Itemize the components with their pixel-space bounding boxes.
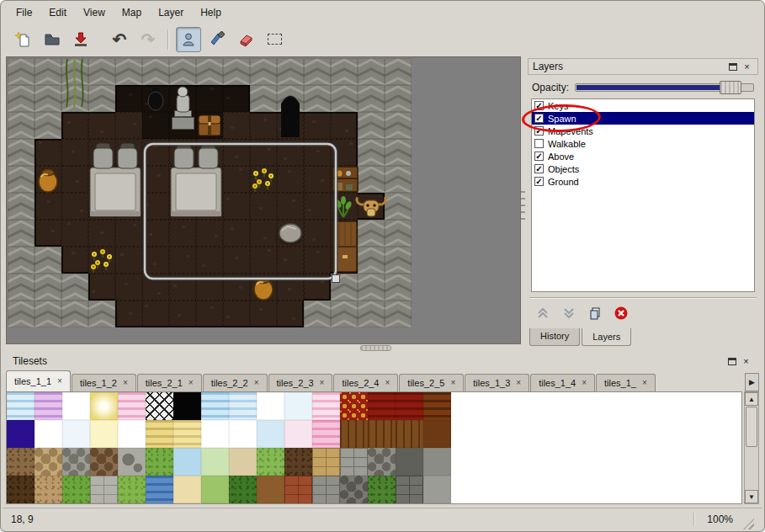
layer-checkbox[interactable]: ✓ (534, 101, 544, 110)
menu-help[interactable]: Help (192, 3, 230, 22)
layer-row-ground[interactable]: ✓Ground (532, 175, 754, 188)
palette-tile[interactable] (173, 448, 201, 476)
tool-stamp-button[interactable] (176, 27, 201, 52)
layer-checkbox[interactable]: ✓ (534, 152, 544, 161)
tab-close-icon[interactable]: × (189, 379, 194, 387)
tool-select-button[interactable] (262, 27, 287, 52)
tileset-tab-tiles_2_5[interactable]: tiles_2_5× (399, 374, 464, 391)
tool-undo-button[interactable]: ↶ (107, 27, 132, 52)
tab-close-icon[interactable]: × (642, 379, 647, 387)
close-tilesets-button[interactable]: × (740, 355, 752, 368)
menu-layer[interactable]: Layer (150, 3, 192, 22)
palette-tile[interactable] (146, 476, 173, 503)
palette-tile[interactable] (284, 448, 312, 476)
palette-tile[interactable] (90, 476, 118, 503)
palette-tile[interactable] (229, 476, 257, 503)
scroll-down-button[interactable]: ▼ (745, 490, 758, 503)
scroll-up-button[interactable]: ▲ (745, 392, 758, 406)
palette-tile[interactable] (201, 448, 229, 476)
palette-tile[interactable] (90, 448, 118, 476)
tool-eraser-button[interactable] (233, 27, 258, 52)
palette-tile[interactable] (118, 420, 146, 448)
menu-view[interactable]: View (75, 3, 114, 22)
opacity-slider-handle[interactable] (720, 81, 741, 94)
palette-tile[interactable] (257, 476, 284, 503)
dock-tab-layers[interactable]: Layers (582, 328, 631, 346)
palette-tile[interactable] (118, 392, 146, 420)
palette-tile[interactable] (7, 476, 35, 503)
palette-tile[interactable] (62, 420, 90, 448)
palette-tile[interactable] (173, 420, 201, 448)
horizontal-splitter-grip[interactable] (360, 345, 391, 351)
scrollbar-thumb[interactable] (746, 407, 757, 447)
vertical-splitter-grip[interactable] (521, 191, 525, 221)
palette-tile[interactable] (340, 476, 368, 503)
palette-tile[interactable] (62, 448, 90, 476)
resize-grip-icon[interactable] (743, 519, 754, 529)
palette-tile[interactable] (229, 448, 257, 476)
palette-tile[interactable] (173, 392, 201, 420)
tab-close-icon[interactable]: × (123, 379, 128, 387)
menu-edit[interactable]: Edit (40, 3, 75, 22)
palette-tile[interactable] (284, 476, 312, 503)
palette-tile[interactable] (146, 420, 173, 448)
tool-brush-button[interactable] (205, 27, 230, 52)
palette-tile[interactable] (368, 448, 396, 476)
palette-tile[interactable] (201, 392, 229, 420)
tileset-palette[interactable] (6, 391, 742, 504)
move-layer-down-button[interactable] (559, 304, 579, 322)
palette-tile[interactable] (284, 392, 312, 420)
palette-tile[interactable] (90, 392, 118, 420)
tab-close-icon[interactable]: × (450, 379, 455, 387)
layer-row-walkable[interactable]: Walkable (532, 137, 754, 150)
palette-tile[interactable] (118, 476, 146, 503)
palette-tile[interactable] (423, 476, 451, 503)
layer-row-spawn[interactable]: ✓Spawn (532, 112, 754, 125)
tab-close-icon[interactable]: × (582, 379, 587, 387)
palette-tile[interactable] (257, 448, 284, 476)
palette-tile[interactable] (173, 476, 201, 503)
float-panel-button[interactable] (726, 61, 739, 73)
tool-open-button[interactable] (40, 27, 65, 52)
palette-tile[interactable] (201, 476, 229, 503)
layer-checkbox[interactable]: ✓ (534, 126, 544, 136)
palette-tile[interactable] (35, 420, 62, 448)
duplicate-layer-button[interactable] (585, 304, 605, 322)
move-layer-up-button[interactable] (533, 304, 553, 322)
delete-layer-button[interactable] (611, 304, 631, 322)
layer-checkbox[interactable]: ✓ (534, 177, 544, 186)
palette-tile[interactable] (423, 392, 451, 420)
tab-close-icon[interactable]: × (254, 379, 259, 387)
palette-tile[interactable] (7, 448, 35, 476)
tileset-tab-tiles_1_1[interactable]: tiles_1_1× (6, 370, 71, 391)
palette-tile[interactable] (62, 476, 90, 503)
layer-checkbox[interactable]: ✓ (534, 114, 544, 123)
tileset-tab-tiles_2_1[interactable]: tiles_2_1× (137, 374, 202, 391)
layer-row-mapevents[interactable]: ✓Mapevents (532, 125, 754, 137)
palette-tile[interactable] (340, 448, 368, 476)
tab-scroll-right-button[interactable]: ▶ (745, 373, 759, 391)
palette-tile[interactable] (368, 420, 396, 448)
palette-tile[interactable] (312, 476, 340, 503)
tool-save-button[interactable] (68, 27, 93, 52)
palette-tile[interactable] (312, 420, 340, 448)
palette-tile[interactable] (312, 448, 340, 476)
map-view[interactable] (6, 56, 521, 344)
layer-row-objects[interactable]: ✓Objects (532, 162, 754, 175)
palette-tile[interactable] (284, 420, 312, 448)
opacity-slider[interactable] (575, 83, 754, 92)
float-tilesets-button[interactable] (725, 355, 738, 368)
tileset-tab-tiles_2_4[interactable]: tiles_2_4× (333, 374, 398, 391)
palette-tile[interactable] (35, 476, 62, 503)
palette-tile[interactable] (312, 392, 340, 420)
palette-tile[interactable] (257, 392, 284, 420)
map-canvas[interactable] (8, 58, 412, 327)
palette-tile[interactable] (257, 420, 284, 448)
palette-tile[interactable] (146, 392, 173, 420)
tileset-tab-tiles_2_3[interactable]: tiles_2_3× (268, 374, 333, 391)
palette-tile[interactable] (368, 476, 396, 503)
close-panel-button[interactable]: × (741, 61, 753, 73)
palette-tile[interactable] (396, 420, 423, 448)
palette-tile[interactable] (396, 476, 423, 503)
palette-tile[interactable] (340, 392, 368, 420)
